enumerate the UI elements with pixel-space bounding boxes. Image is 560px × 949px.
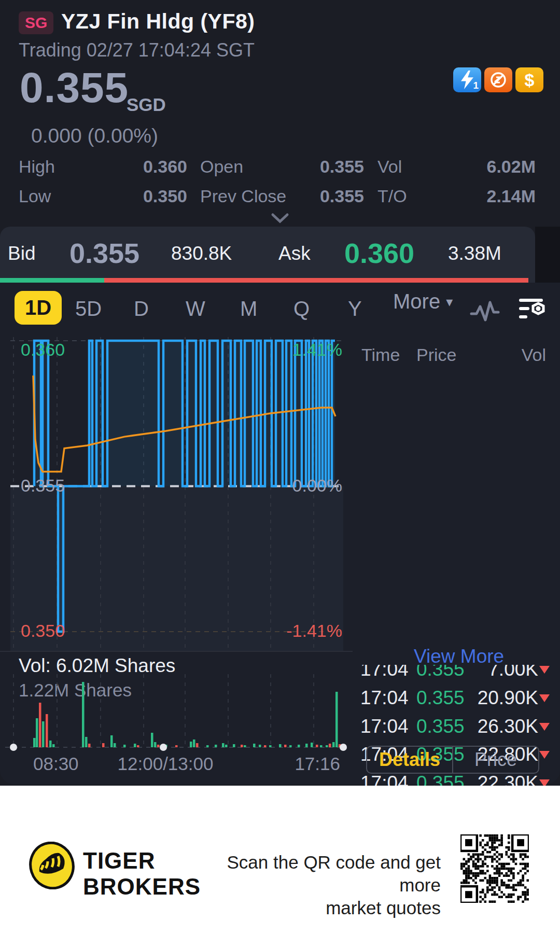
sell-triangle-icon: [539, 666, 550, 674]
trading-status: Trading 02/27 17:04:24 SGT: [19, 39, 255, 61]
ask-label: Ask: [278, 243, 311, 264]
bid-ask-ratio-gauge: [0, 278, 528, 283]
axis-low-price: 0.350: [21, 621, 65, 641]
xaxis-midday: 12:00/13:00: [116, 753, 215, 774]
table-row: 17:040.35520.90K: [357, 684, 550, 713]
tab-y[interactable]: Y: [348, 297, 362, 320]
indicator-pulse-icon[interactable]: [469, 298, 500, 322]
table-row: 17:040.35526.30K: [357, 712, 550, 741]
axis-mid-price: 0.355: [21, 476, 65, 496]
price-change: 0.000 (0.00%): [31, 124, 158, 147]
sell-triangle-icon: [539, 751, 550, 759]
tiger-brokers-logo: [28, 842, 76, 889]
tab-more[interactable]: More ▾: [393, 290, 453, 313]
axis-high-price: 0.360: [21, 340, 65, 360]
trade-price: 0.355: [416, 716, 465, 737]
trade-time: 17:04: [360, 665, 409, 680]
tab-w[interactable]: W: [186, 297, 205, 320]
volume-chart[interactable]: [0, 674, 353, 752]
level1-number: 1: [473, 80, 479, 91]
tab-q[interactable]: Q: [293, 297, 310, 320]
col-price: Price: [416, 345, 456, 365]
level1-quote-button[interactable]: 1: [453, 67, 481, 92]
tab-5d[interactable]: 5D: [75, 297, 102, 320]
trade-vol: 7.00K: [488, 665, 538, 680]
bid-size: 830.8K: [171, 243, 232, 264]
ask-size: 3.38M: [448, 243, 501, 264]
trade-price: 0.355: [416, 665, 465, 680]
trade-vol: 26.30K: [478, 716, 538, 737]
trade-time: 17:04: [360, 716, 409, 737]
trade-vol: 20.90K: [478, 687, 538, 709]
table-row: 17:040.3557.00K: [357, 665, 550, 684]
details-button[interactable]: Details: [367, 747, 453, 773]
stat-open-value: 0.355: [200, 157, 364, 177]
sell-triangle-icon: [539, 694, 550, 702]
orderbook-edge-strip: [535, 227, 560, 283]
short-unavailable-badge[interactable]: [484, 67, 512, 92]
last-price: 0.355: [20, 63, 129, 112]
ask-price: 0.360: [344, 237, 414, 269]
col-time: Time: [361, 345, 400, 365]
page-title: YZJ Fin Hldg (YF8): [61, 9, 255, 34]
col-vol: Vol: [506, 345, 546, 365]
price-button[interactable]: Price: [453, 747, 538, 773]
expand-stats-button[interactable]: [265, 212, 295, 225]
brand-name: TIGER BROKERS: [83, 848, 201, 900]
axis-high-pct: 1.41%: [280, 340, 342, 360]
chart-settings-icon[interactable]: [519, 296, 549, 324]
currency-label: SGD: [127, 94, 166, 115]
stat-to-value: 2.14M: [377, 186, 536, 206]
qr-code: [460, 834, 529, 903]
volume-header: Vol: 6.02M Shares: [19, 655, 175, 677]
sell-triangle-icon: [539, 723, 550, 731]
stat-prevclose-value: 0.355: [200, 186, 364, 206]
chevron-down-icon: [265, 212, 295, 225]
qr-tagline: Scan the QR code and get more market quo…: [223, 851, 441, 919]
trading-app: SG YZJ Fin Hldg (YF8) Trading 02/27 17:0…: [0, 0, 560, 949]
xaxis-close-time: 17:16: [293, 753, 340, 774]
bid-price: 0.355: [69, 237, 139, 269]
xaxis-open-time: 08:30: [33, 753, 79, 774]
chart-divider: [0, 651, 353, 652]
market-badge: SG: [19, 11, 53, 34]
footer-banner: TIGER BROKERS Scan the QR code and get m…: [0, 786, 560, 949]
tab-d[interactable]: D: [134, 297, 149, 320]
tab-1d[interactable]: 1D: [15, 291, 62, 325]
view-more-link[interactable]: View More: [414, 646, 504, 667]
stat-low-value: 0.350: [19, 186, 187, 206]
stat-vol-value: 6.02M: [377, 157, 536, 177]
trade-time: 17:04: [360, 687, 409, 709]
axis-low-pct: -1.41%: [275, 621, 342, 641]
chart-panel: 1D5DDWMQY More ▾ 0.360 1.41% 0.355 0.00%…: [0, 283, 560, 784]
tab-m[interactable]: M: [240, 297, 257, 320]
axis-mid-pct: 0.00%: [280, 476, 342, 496]
no-short-icon: [489, 71, 508, 89]
stat-high-value: 0.360: [19, 157, 187, 177]
dollar-icon: $: [525, 70, 535, 90]
paid-quote-badge[interactable]: $: [515, 67, 543, 92]
bid-ratio-segment: [0, 278, 104, 283]
detail-price-toggle: Details Price: [366, 746, 539, 774]
trade-price: 0.355: [416, 687, 465, 709]
orderbook-bar[interactable]: Bid 0.355 830.8K Ask 0.360 3.38M: [0, 227, 535, 283]
bid-label: Bid: [8, 243, 35, 264]
ask-ratio-segment: [104, 278, 528, 283]
